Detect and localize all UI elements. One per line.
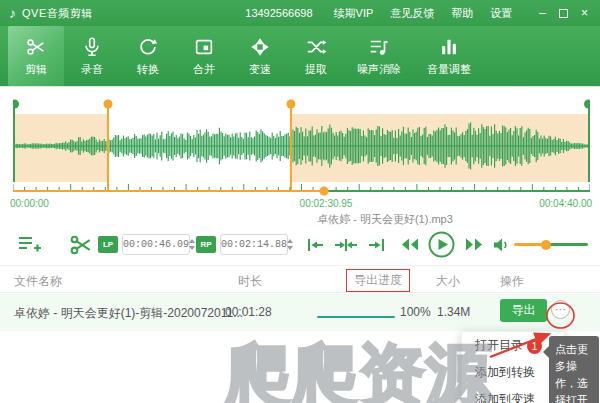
waveform-panel: 00:00:00 00:02:30.95 00:04:40.00 卓依婷 - 明… bbox=[0, 88, 600, 226]
volume-slider-knob[interactable] bbox=[541, 240, 551, 250]
tab-volume-adjust[interactable]: 音量调整 bbox=[414, 26, 484, 86]
spinner-down-icon[interactable] bbox=[287, 246, 293, 250]
tab-label: 剪辑 bbox=[25, 62, 47, 77]
app-title: QVE音频剪辑 bbox=[22, 6, 93, 21]
tab-speed[interactable]: 变速 bbox=[232, 26, 288, 86]
app-logo-note-icon: ♪ bbox=[9, 5, 16, 21]
column-duration: 时长 bbox=[238, 273, 262, 290]
tab-record[interactable]: 录音 bbox=[64, 26, 120, 86]
tab-extract[interactable]: 提取 bbox=[288, 26, 344, 86]
row-file-size: 1.34M bbox=[437, 305, 470, 319]
skip-center-icon bbox=[334, 236, 358, 254]
row-progress-bar bbox=[317, 316, 395, 318]
speed-icon bbox=[249, 36, 271, 58]
tab-label: 合并 bbox=[193, 62, 215, 77]
loaded-file-label: 卓依婷 - 明天会更好(1).mp3 bbox=[280, 212, 490, 227]
left-point-time-input[interactable]: 00:00:46.09 bbox=[122, 234, 190, 255]
window-controls: – × bbox=[539, 7, 588, 19]
editor-control-bar: LP 00:00:46.09 RP 00:02:14.88 bbox=[0, 228, 600, 264]
file-table-header: 文件名称 时长 导出进度 大小 操作 bbox=[0, 265, 600, 293]
column-operation: 操作 bbox=[500, 273, 524, 290]
tab-label: 音量调整 bbox=[427, 62, 471, 77]
spinner-down-icon[interactable] bbox=[189, 246, 195, 250]
play-icon bbox=[428, 231, 455, 258]
fast-forward-icon bbox=[464, 237, 484, 252]
jump-to-center-button[interactable] bbox=[334, 236, 358, 254]
close-icon[interactable]: × bbox=[581, 7, 588, 19]
scissors-icon bbox=[25, 36, 47, 58]
speaker-icon bbox=[492, 236, 510, 254]
column-export-progress-highlighted: 导出进度 bbox=[346, 269, 410, 292]
tab-convert[interactable]: 转换 bbox=[120, 26, 176, 86]
feedback-link[interactable]: 意见反馈 bbox=[390, 6, 434, 21]
skip-end-icon bbox=[366, 236, 386, 254]
settings-link[interactable]: 设置 bbox=[490, 6, 512, 21]
watermark-text: 爬爬资源 bbox=[225, 330, 493, 403]
tab-label: 录音 bbox=[81, 62, 103, 77]
add-list-icon bbox=[16, 232, 42, 258]
time-spinner[interactable] bbox=[287, 239, 296, 250]
equalizer-bars-icon bbox=[438, 36, 460, 58]
column-size: 大小 bbox=[436, 273, 460, 290]
minimize-icon[interactable]: – bbox=[539, 7, 546, 19]
merge-icon bbox=[193, 36, 215, 58]
denoise-icon bbox=[368, 36, 390, 58]
right-point-time-value[interactable]: 00:02:14.88 bbox=[221, 239, 287, 250]
playhead-time-label: 00:02:30.95 bbox=[284, 198, 368, 209]
renew-vip-link[interactable]: 续期VIP bbox=[334, 6, 374, 21]
rewind-icon bbox=[400, 237, 420, 252]
spinner-up-icon[interactable] bbox=[287, 239, 293, 243]
titlebar-right: 13492566698 续期VIP 意见反馈 帮助 设置 – × bbox=[245, 0, 600, 26]
qve-audio-editor-window: ♪ QVE音频剪辑 13492566698 续期VIP 意见反馈 帮助 设置 –… bbox=[0, 0, 600, 403]
rewind-button[interactable] bbox=[400, 237, 420, 252]
fast-forward-button[interactable] bbox=[464, 237, 484, 252]
jump-to-end-button[interactable] bbox=[366, 236, 386, 254]
shuffle-icon bbox=[305, 36, 327, 58]
right-point-time-input[interactable]: 00:02:14.88 bbox=[220, 234, 288, 255]
tab-label: 提取 bbox=[305, 62, 327, 77]
scissors-icon bbox=[68, 232, 94, 258]
account-phone-number: 13492566698 bbox=[245, 7, 312, 19]
start-time-label: 00:00:00 bbox=[10, 198, 49, 209]
main-toolbar: 剪辑 录音 转换 合并 变速 提取 噪声消除 音量调整 bbox=[0, 26, 600, 87]
title-bar: ♪ QVE音频剪辑 13492566698 续期VIP 意见反馈 帮助 设置 –… bbox=[0, 0, 600, 26]
jump-to-start-button[interactable] bbox=[306, 236, 326, 254]
microphone-icon bbox=[81, 36, 103, 58]
convert-icon bbox=[137, 36, 159, 58]
tutorial-tooltip: 点击更多操作，选择打开目录 bbox=[549, 336, 599, 403]
table-row[interactable]: 卓依婷 - 明天会更好(1)-剪辑-2020072011... 00:01:28… bbox=[0, 294, 600, 331]
column-file-name: 文件名称 bbox=[14, 273, 62, 290]
more-actions-button[interactable]: ⋯ bbox=[551, 300, 570, 319]
tab-label: 变速 bbox=[249, 62, 271, 77]
tab-denoise[interactable]: 噪声消除 bbox=[344, 26, 414, 86]
tab-label: 噪声消除 bbox=[357, 62, 401, 77]
add-to-list-button[interactable] bbox=[16, 232, 42, 258]
left-point-badge: LP bbox=[98, 236, 118, 253]
step-number-badge: 1 bbox=[527, 339, 542, 354]
skip-start-icon bbox=[306, 236, 326, 254]
time-ruler-labels: 00:00:00 00:02:30.95 00:04:40.00 bbox=[0, 198, 600, 212]
cut-button[interactable] bbox=[68, 232, 94, 258]
volume-slider-track[interactable] bbox=[546, 243, 588, 246]
tab-label: 转换 bbox=[137, 62, 159, 77]
spinner-up-icon[interactable] bbox=[189, 239, 195, 243]
tab-merge[interactable]: 合并 bbox=[176, 26, 232, 86]
left-point-time-value[interactable]: 00:00:46.09 bbox=[123, 239, 189, 250]
volume-mute-button[interactable] bbox=[492, 236, 510, 254]
maximize-icon[interactable] bbox=[559, 9, 568, 18]
right-point-badge: RP bbox=[196, 236, 216, 253]
row-progress-percent: 100% bbox=[400, 305, 431, 319]
end-time-label: 00:04:40.00 bbox=[539, 198, 592, 209]
play-button[interactable] bbox=[428, 231, 455, 258]
waveform-display[interactable] bbox=[13, 98, 590, 198]
row-duration: 00:01:28 bbox=[225, 305, 272, 319]
tab-clip[interactable]: 剪辑 bbox=[8, 26, 64, 86]
export-button[interactable]: 导出 bbox=[500, 299, 547, 322]
help-link[interactable]: 帮助 bbox=[451, 6, 473, 21]
